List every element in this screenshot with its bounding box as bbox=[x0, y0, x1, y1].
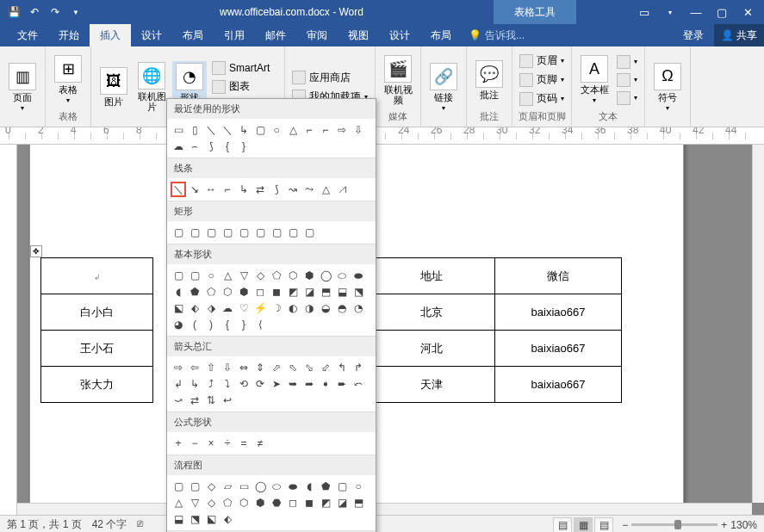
shape-generic-icon[interactable]: { bbox=[220, 317, 235, 332]
shape-generic-icon[interactable]: ⬡ bbox=[236, 495, 252, 510]
shape-line-arrow-icon[interactable]: ↘ bbox=[187, 182, 202, 197]
shape-generic-icon[interactable]: ⤺ bbox=[351, 376, 366, 392]
word-count[interactable]: 42 个字 bbox=[92, 517, 127, 532]
shape-rect1-icon[interactable]: ▢ bbox=[171, 225, 186, 240]
horizontal-scrollbar[interactable] bbox=[17, 503, 752, 515]
shape-generic-icon[interactable]: ◓ bbox=[334, 300, 350, 316]
shape-generic-icon[interactable]: ▽ bbox=[187, 495, 202, 510]
tab-home[interactable]: 开始 bbox=[48, 24, 90, 46]
web-layout-button[interactable]: ▤ bbox=[594, 517, 613, 533]
quick-parts-button[interactable]: ▾ bbox=[615, 53, 639, 71]
zoom-in-button[interactable]: + bbox=[721, 519, 727, 531]
shape-oval-icon[interactable]: ○ bbox=[269, 122, 284, 138]
shape-line-highlighted-icon[interactable]: ＼ bbox=[171, 182, 186, 197]
zoom-level[interactable]: 130% bbox=[730, 519, 757, 531]
shape-minus-icon[interactable]: − bbox=[187, 436, 202, 451]
shape-generic-icon[interactable]: ↩ bbox=[220, 393, 235, 408]
shape-generic-icon[interactable]: ⬢ bbox=[236, 284, 252, 300]
shape-generic-icon[interactable]: ⇕ bbox=[252, 360, 268, 375]
zoom-out-button[interactable]: − bbox=[622, 519, 628, 531]
undo-icon[interactable]: ↶ bbox=[28, 5, 41, 19]
smartart-button[interactable]: SmartArt bbox=[210, 59, 279, 77]
shape-generic-icon[interactable]: ◑ bbox=[301, 300, 317, 316]
maximize-icon[interactable]: ▢ bbox=[714, 4, 730, 20]
shape-generic-icon[interactable]: ▢ bbox=[171, 479, 186, 494]
drop-cap-button[interactable]: ▾ bbox=[615, 90, 639, 107]
shape-elbow-conn-icon[interactable]: ⌐ bbox=[220, 182, 235, 197]
shape-curve-double-icon[interactable]: ⤳ bbox=[301, 182, 317, 197]
shape-generic-icon[interactable]: ⤵ bbox=[220, 376, 235, 392]
ribbon-options-arrow-icon[interactable]: ▾ bbox=[662, 4, 678, 20]
online-picture-button[interactable]: 🌐联机图片 bbox=[134, 60, 169, 114]
shape-generic-icon[interactable]: ⬭ bbox=[334, 268, 350, 283]
shape-generic-icon[interactable]: ◒ bbox=[318, 300, 333, 316]
shape-generic-icon[interactable]: ⬓ bbox=[334, 284, 350, 300]
shape-generic-icon[interactable]: ➧ bbox=[318, 376, 333, 392]
shape-triangle-icon[interactable]: △ bbox=[285, 122, 301, 138]
shape-generic-icon[interactable]: ⇄ bbox=[187, 393, 202, 408]
shape-generic-icon[interactable]: ⬢ bbox=[301, 268, 317, 283]
shape-generic-icon[interactable]: ⬕ bbox=[203, 511, 219, 527]
table-button[interactable]: ⊞表格▾ bbox=[51, 53, 85, 106]
shape-rect2-icon[interactable]: ▢ bbox=[187, 225, 202, 240]
shape-generic-icon[interactable]: ⬬ bbox=[285, 479, 301, 494]
shape-generic-icon[interactable]: ↲ bbox=[171, 376, 186, 392]
shape-elbow2-icon[interactable]: ⌐ bbox=[318, 122, 333, 138]
shape-arrow-icon[interactable]: ⇨ bbox=[334, 122, 350, 138]
shape-generic-icon[interactable]: ↳ bbox=[187, 376, 202, 392]
shape-generic-icon[interactable]: ➤ bbox=[269, 376, 284, 392]
table-cell[interactable]: 张大力 bbox=[41, 367, 153, 403]
page-info[interactable]: 第 1 页，共 1 页 bbox=[7, 517, 82, 532]
shape-divide-icon[interactable]: ÷ bbox=[220, 436, 235, 451]
shape-curve-conn-icon[interactable]: ⟆ bbox=[269, 182, 284, 197]
shape-generic-icon[interactable]: ⬔ bbox=[351, 284, 366, 300]
shape-generic-icon[interactable]: ▽ bbox=[236, 268, 252, 283]
shape-rect7-icon[interactable]: ▢ bbox=[269, 225, 284, 240]
horizontal-ruler[interactable]: 0246810121416182022242628303234363840424… bbox=[0, 127, 764, 145]
symbol-button[interactable]: Ω符号▾ bbox=[650, 61, 685, 114]
shape-generic-icon[interactable]: ◻ bbox=[285, 495, 301, 510]
table-cell[interactable]: 微信 bbox=[495, 258, 622, 294]
table-cell[interactable]: baixiao667 bbox=[495, 331, 622, 367]
shape-generic-icon[interactable]: ⟨ bbox=[252, 317, 268, 332]
footer-button[interactable]: 页脚 ▾ bbox=[518, 71, 566, 89]
shape-generic-icon[interactable]: ♡ bbox=[236, 300, 252, 316]
header-button[interactable]: 页眉 ▾ bbox=[518, 52, 566, 70]
shape-generic-icon[interactable]: ▢ bbox=[187, 268, 202, 283]
shape-generic-icon[interactable]: ○ bbox=[351, 479, 366, 494]
shape-generic-icon[interactable]: ) bbox=[203, 317, 219, 332]
shape-generic-icon[interactable]: ⟲ bbox=[236, 376, 252, 392]
language-indicator-icon[interactable]: ⎚ bbox=[137, 517, 143, 532]
table-cell[interactable]: ↲ bbox=[41, 258, 153, 294]
shape-generic-icon[interactable]: ⬖ bbox=[187, 300, 202, 316]
shape-generic-icon[interactable]: ◇ bbox=[203, 479, 219, 494]
shape-rect5-icon[interactable]: ▢ bbox=[236, 225, 252, 240]
picture-button[interactable]: 🖼图片 bbox=[96, 65, 131, 108]
shape-generic-icon[interactable]: ⬭ bbox=[269, 479, 284, 494]
shape-generic-icon[interactable]: ⤻ bbox=[171, 393, 186, 408]
shape-generic-icon[interactable]: ◖ bbox=[301, 479, 317, 494]
shape-generic-icon[interactable]: ◪ bbox=[334, 495, 350, 510]
chart-button[interactable]: 图表 bbox=[210, 77, 279, 96]
shape-connector-icon[interactable]: ↳ bbox=[236, 122, 252, 138]
shape-generic-icon[interactable]: ◇ bbox=[252, 268, 268, 283]
tab-references[interactable]: 引用 bbox=[214, 24, 255, 46]
wordart-button[interactable]: ▾ bbox=[615, 71, 639, 89]
shape-generic-icon[interactable]: ⬟ bbox=[318, 479, 333, 494]
shape-generic-icon[interactable]: ( bbox=[187, 317, 202, 332]
shape-generic-icon[interactable]: ⬀ bbox=[269, 360, 284, 375]
shape-elbow-double-icon[interactable]: ⇄ bbox=[252, 182, 268, 197]
tab-review[interactable]: 审阅 bbox=[296, 24, 338, 46]
tab-tool-design[interactable]: 设计 bbox=[379, 24, 420, 46]
shape-generic-icon[interactable]: ◕ bbox=[171, 317, 186, 332]
shape-scribble-icon[interactable]: ⩘ bbox=[334, 182, 350, 197]
shape-generic-icon[interactable]: ◯ bbox=[318, 268, 333, 283]
customize-qat-icon[interactable]: ▼ bbox=[69, 5, 83, 19]
shape-generic-icon[interactable]: ◇ bbox=[203, 495, 219, 510]
shape-generic-icon[interactable]: ⬖ bbox=[220, 511, 235, 527]
shape-generic-icon[interactable]: ↱ bbox=[351, 360, 366, 375]
shape-generic-icon[interactable]: ◯ bbox=[252, 479, 268, 494]
tab-design[interactable]: 设计 bbox=[131, 24, 172, 46]
shape-arc-icon[interactable]: ⌢ bbox=[187, 139, 202, 154]
shape-elbow-arrow-icon[interactable]: ↳ bbox=[236, 182, 252, 197]
